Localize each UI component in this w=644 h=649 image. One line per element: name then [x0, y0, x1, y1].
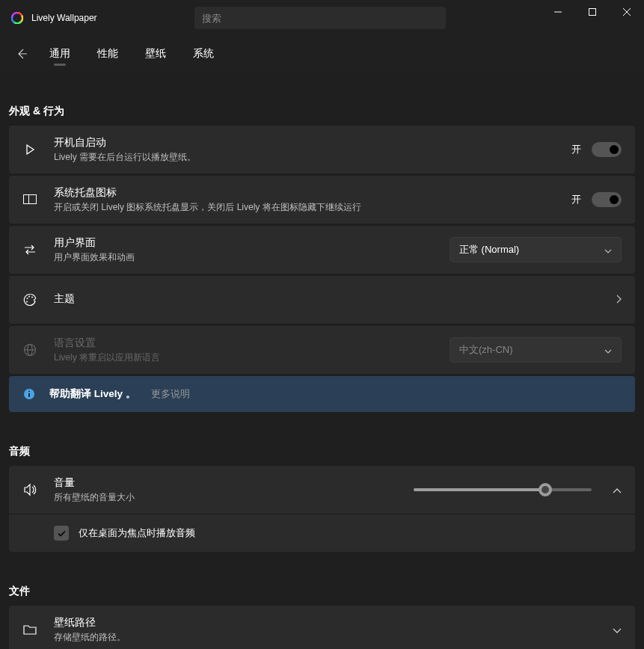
play-icon [19, 139, 40, 160]
tray-title: 系统托盘图标 [54, 186, 571, 200]
titlebar: Lively Wallpaper [0, 0, 644, 36]
svg-rect-6 [24, 195, 29, 204]
tray-icon [19, 189, 40, 210]
globe-icon [19, 339, 40, 360]
search-input[interactable] [194, 7, 446, 29]
setting-tray: 系统托盘图标 开启或关闭 Lively 图标系统托盘显示，关闭后 Lively … [9, 176, 635, 224]
swap-icon [19, 239, 40, 260]
volume-desc: 所有壁纸的音量大小 [54, 491, 414, 504]
language-title: 语言设置 [54, 336, 450, 350]
wallpaper-path-desc: 存储壁纸的路径。 [54, 631, 602, 644]
ui-title: 用户界面 [54, 236, 450, 250]
svg-point-7 [27, 298, 28, 299]
chevron-down-icon[interactable] [613, 623, 622, 636]
tab-performance[interactable]: 性能 [94, 36, 121, 72]
chevron-right-icon [616, 293, 622, 307]
tab-general[interactable]: 通用 [46, 36, 73, 72]
tab-system[interactable]: 系统 [190, 36, 217, 72]
chevron-down-icon [604, 244, 612, 256]
svg-rect-2 [589, 9, 596, 16]
language-dropdown-value: 中文(zh-CN) [459, 343, 513, 357]
volume-focus-label: 仅在桌面为焦点时播放音频 [79, 526, 195, 540]
setting-theme[interactable]: 主题 [9, 276, 635, 324]
language-desc: Lively 将重启以应用新语言 [54, 351, 450, 364]
setting-startup: 开机自启动 Lively 需要在后台运行以播放壁纸。 开 [9, 126, 635, 173]
svg-point-9 [31, 297, 33, 298]
setting-wallpaper-path: 壁纸路径 存储壁纸的路径。 [9, 606, 635, 649]
volume-focus-checkbox[interactable] [54, 526, 69, 541]
section-appearance: 外观 & 行为 [9, 105, 635, 118]
close-button[interactable] [610, 0, 644, 24]
speaker-icon [19, 479, 40, 500]
startup-title: 开机自启动 [54, 136, 571, 150]
translate-link[interactable]: 更多说明 [151, 387, 190, 401]
app-icon [10, 11, 24, 25]
back-button[interactable] [10, 43, 33, 65]
startup-toggle[interactable] [592, 142, 622, 157]
tab-wallpaper[interactable]: 壁纸 [142, 36, 169, 72]
tray-desc: 开启或关闭 Lively 图标系统托盘显示，关闭后 Lively 将在图标隐藏下… [54, 201, 571, 214]
maximize-button[interactable] [575, 0, 610, 24]
volume-slider[interactable] [414, 488, 592, 491]
setting-language: 语言设置 Lively 将重启以应用新语言 中文(zh-CN) [9, 326, 635, 374]
app-title: Lively Wallpaper [31, 13, 97, 23]
startup-desc: Lively 需要在后台运行以播放壁纸。 [54, 151, 571, 164]
theme-title: 主题 [54, 292, 616, 306]
folder-icon [19, 619, 40, 640]
translate-text: 帮助翻译 Lively 。 [49, 387, 136, 401]
section-files: 文件 [9, 585, 635, 598]
section-audio: 音频 [9, 445, 635, 458]
svg-point-8 [28, 296, 30, 298]
ui-dropdown-value: 正常 (Normal) [459, 243, 519, 256]
window-controls [541, 0, 644, 36]
translate-banner: 帮助翻译 Lively 。 更多说明 [9, 376, 635, 412]
volume-title: 音量 [54, 476, 414, 490]
palette-icon [19, 289, 40, 310]
tabs-row: 通用 性能 壁纸 系统 [0, 36, 644, 72]
setting-volume: 音量 所有壁纸的音量大小 [9, 466, 635, 514]
ui-desc: 用户界面效果和动画 [54, 251, 450, 264]
ui-dropdown[interactable]: 正常 (Normal) [450, 237, 622, 262]
tray-state: 开 [571, 193, 581, 206]
tray-toggle[interactable] [592, 192, 622, 207]
chevron-up-icon[interactable] [613, 483, 622, 496]
info-icon [22, 387, 36, 401]
svg-rect-5 [24, 195, 37, 204]
setting-volume-focus: 仅在桌面为焦点时播放音频 [9, 514, 635, 552]
svg-point-10 [26, 301, 28, 303]
setting-ui: 用户界面 用户界面效果和动画 正常 (Normal) [9, 226, 635, 274]
startup-state: 开 [571, 143, 581, 156]
content-area: 外观 & 行为 开机自启动 Lively 需要在后台运行以播放壁纸。 开 系统托… [0, 105, 644, 649]
minimize-button[interactable] [541, 0, 575, 24]
wallpaper-path-title: 壁纸路径 [54, 616, 602, 630]
chevron-down-icon [604, 345, 612, 356]
language-dropdown[interactable]: 中文(zh-CN) [450, 337, 622, 363]
svg-rect-16 [28, 393, 30, 397]
svg-point-15 [28, 391, 30, 393]
